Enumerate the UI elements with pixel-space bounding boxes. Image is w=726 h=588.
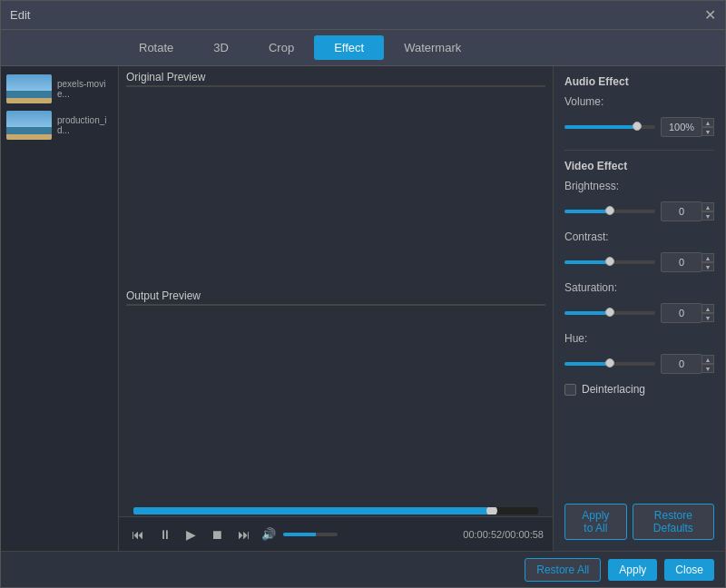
original-preview: +: [126, 85, 545, 87]
brightness-label: Brightness:: [564, 180, 623, 192]
title-bar: Edit ✕: [1, 1, 725, 30]
tab-3d[interactable]: 3D: [193, 35, 249, 60]
volume-label: Volume:: [564, 95, 623, 108]
deinterlacing-label: Deinterlacing: [582, 383, 645, 396]
crop-overlay: +: [143, 86, 527, 87]
bottom-bar: Restore All Apply Close: [1, 551, 725, 587]
brightness-input[interactable]: [661, 201, 702, 221]
brightness-slider-thumb: [605, 206, 614, 215]
original-preview-block: Original Preview +: [126, 71, 545, 286]
contrast-label-row: Contrast:: [564, 230, 714, 243]
deinterlacing-checkbox[interactable]: [564, 384, 576, 396]
pause-button[interactable]: ⏸: [155, 525, 175, 544]
volume-input-wrap: ▲ ▼: [661, 117, 714, 137]
contrast-input-wrap: ▲ ▼: [661, 252, 714, 272]
brightness-slider-fill: [564, 210, 610, 213]
original-preview-label: Original Preview: [126, 71, 545, 83]
sidebar: pexels-movie... production_id...: [1, 66, 119, 551]
deinterlacing-row: Deinterlacing: [564, 383, 714, 396]
next-button[interactable]: ⏭: [234, 525, 254, 544]
saturation-label: Saturation:: [564, 281, 623, 294]
prev-button[interactable]: ⏮: [128, 525, 148, 544]
sidebar-item-1[interactable]: production_id...: [1, 107, 118, 143]
volume-spin-down[interactable]: ▼: [701, 127, 714, 136]
time-display: 00:00:52/00:00:58: [463, 529, 544, 540]
contrast-input[interactable]: [661, 252, 702, 272]
sidebar-thumb-0: [6, 74, 52, 103]
video-effect-title: Video Effect: [564, 160, 714, 172]
output-preview-label: Output Preview: [126, 289, 545, 302]
stop-button[interactable]: ⏹: [207, 525, 227, 544]
close-button[interactable]: Close: [664, 559, 714, 581]
output-preview: [126, 304, 545, 306]
saturation-input-wrap: ▲ ▼: [661, 303, 714, 323]
saturation-spin-down[interactable]: ▼: [701, 313, 714, 322]
hue-spin-down[interactable]: ▼: [701, 364, 714, 373]
hue-slider-track[interactable]: [564, 362, 655, 366]
contrast-spin-up[interactable]: ▲: [701, 253, 714, 262]
tab-rotate[interactable]: Rotate: [119, 35, 193, 60]
center-panel: Original Preview +: [119, 66, 553, 551]
timeline-bar[interactable]: [133, 507, 538, 514]
brightness-spin-down[interactable]: ▼: [701, 211, 714, 220]
close-window-button[interactable]: ✕: [704, 8, 716, 23]
contrast-label: Contrast:: [564, 230, 623, 243]
tab-crop[interactable]: Crop: [249, 35, 314, 60]
saturation-input[interactable]: [661, 303, 702, 323]
tab-watermark[interactable]: Watermark: [384, 35, 481, 60]
output-preview-block: Output Preview: [126, 289, 545, 505]
hue-input-wrap: ▲ ▼: [661, 354, 714, 374]
volume-slider-fill: [564, 125, 637, 129]
saturation-slider-row: ▲ ▼: [564, 303, 714, 323]
timeline-thumb: [486, 507, 497, 514]
main-content: pexels-movie... production_id... Origina…: [1, 66, 725, 551]
apply-button[interactable]: Apply: [608, 559, 657, 581]
hue-slider-fill: [564, 362, 610, 366]
brightness-spin-btns: ▲ ▼: [701, 202, 714, 220]
saturation-label-row: Saturation:: [564, 281, 714, 294]
restore-all-button[interactable]: Restore All: [525, 558, 601, 582]
sidebar-label-0: pexels-movie...: [57, 79, 113, 99]
audio-effect-title: Audio Effect: [564, 75, 714, 88]
volume-bar[interactable]: [283, 533, 338, 536]
saturation-spin-up[interactable]: ▲: [701, 304, 714, 313]
apply-to-all-button[interactable]: Apply to All: [564, 504, 627, 540]
saturation-slider-thumb: [605, 308, 614, 317]
volume-row: Volume:: [564, 95, 714, 108]
play-button[interactable]: ▶: [182, 525, 200, 544]
tab-bar: Rotate 3D Crop Effect Watermark: [1, 30, 725, 66]
saturation-slider-fill: [564, 311, 610, 315]
volume-spin-up[interactable]: ▲: [701, 118, 714, 127]
hue-spin-btns: ▲ ▼: [701, 355, 714, 373]
tab-effect[interactable]: Effect: [314, 35, 384, 60]
controls-bar: ⏮ ⏸ ▶ ⏹ ⏭ 🔊 00:00:52/00:00:58: [119, 516, 553, 551]
restore-defaults-button[interactable]: Restore Defaults: [633, 504, 714, 540]
hue-label: Hue:: [564, 332, 623, 345]
hue-label-row: Hue:: [564, 332, 714, 345]
preview-section: Original Preview +: [119, 66, 553, 504]
hue-spin-up[interactable]: ▲: [701, 355, 714, 364]
hue-input[interactable]: [661, 354, 702, 374]
volume-slider-track[interactable]: [564, 125, 655, 129]
sidebar-thumb-1: [6, 111, 52, 140]
saturation-slider-track[interactable]: [564, 311, 655, 315]
main-window: Edit ✕ Rotate 3D Crop Effect Watermark p…: [0, 0, 726, 588]
volume-icon: 🔊: [261, 527, 276, 541]
crop-center-icon: +: [331, 85, 341, 87]
hue-slider-row: ▲ ▼: [564, 354, 714, 374]
contrast-slider-fill: [564, 260, 610, 264]
apply-restore-row: Apply to All Restore Defaults: [564, 500, 714, 542]
contrast-slider-row: ▲ ▼: [564, 252, 714, 272]
volume-input[interactable]: [661, 117, 702, 137]
brightness-spin-up[interactable]: ▲: [701, 202, 714, 211]
contrast-slider-track[interactable]: [564, 260, 655, 264]
divider-1: [564, 150, 714, 151]
hue-slider-thumb: [605, 358, 614, 368]
volume-slider-thumb: [633, 122, 642, 131]
sidebar-item-0[interactable]: pexels-movie...: [1, 71, 118, 107]
timeline-progress: [133, 507, 489, 514]
contrast-slider-thumb: [605, 257, 614, 266]
brightness-slider-track[interactable]: [564, 210, 655, 213]
volume-spin-btns: ▲ ▼: [701, 118, 714, 136]
contrast-spin-down[interactable]: ▼: [701, 262, 714, 271]
